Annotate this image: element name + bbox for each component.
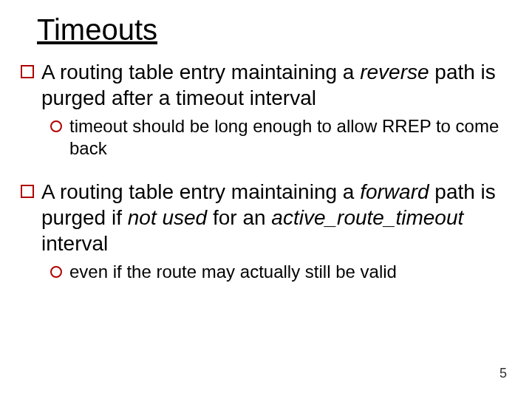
bullet-2-emph2: not used	[128, 206, 207, 229]
bullet-2-emph3: active_route_timeout	[271, 206, 463, 229]
bullet-1: A routing table entry maintaining a reve…	[21, 59, 511, 111]
bullet-2-pre: A routing table entry maintaining a	[41, 180, 360, 203]
bullet-2-emph: forward	[360, 180, 429, 203]
square-bullet-icon	[21, 185, 34, 198]
slide-title: Timeouts	[37, 13, 511, 46]
circle-bullet-icon	[50, 266, 62, 278]
bullet-1-text: A routing table entry maintaining a reve…	[41, 59, 511, 111]
bullet-2-text: A routing table entry maintaining a forw…	[41, 179, 511, 256]
page-number: 5	[499, 366, 507, 381]
bullet-2-post2: for an	[207, 206, 271, 229]
bullet-2-sub-text: even if the route may actually still be …	[69, 261, 511, 283]
bullet-1-sub-text: timeout should be long enough to allow R…	[69, 115, 511, 160]
bullet-1-pre: A routing table entry maintaining a	[41, 61, 360, 83]
square-bullet-icon	[21, 65, 34, 78]
bullet-2-post3: interval	[41, 232, 108, 255]
bullet-1-sub: timeout should be long enough to allow R…	[50, 115, 511, 160]
circle-bullet-icon	[50, 120, 62, 132]
bullet-2-sub: even if the route may actually still be …	[50, 261, 511, 283]
bullet-1-emph: reverse	[360, 61, 429, 83]
slide: Timeouts A routing table entry maintaini…	[0, 0, 532, 399]
bullet-2: A routing table entry maintaining a forw…	[21, 179, 511, 256]
